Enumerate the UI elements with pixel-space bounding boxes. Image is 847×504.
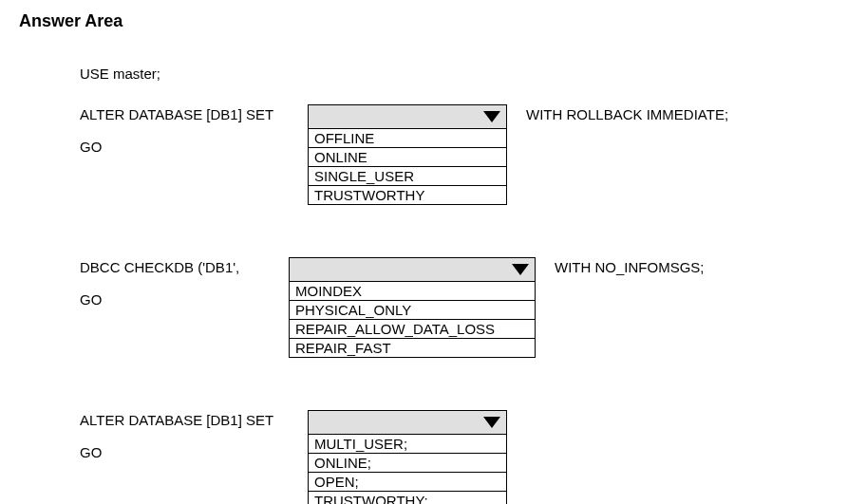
dropdown-option[interactable]: OPEN; xyxy=(309,473,506,492)
statement-block-3: ALTER DATABASE [DB1] SET MULTI_USER; ONL… xyxy=(80,410,828,504)
dropdown-group-2: MOINDEX PHYSICAL_ONLY REPAIR_ALLOW_DATA_… xyxy=(289,257,536,358)
sql-suffix-1: WITH ROLLBACK IMMEDIATE; xyxy=(507,104,728,122)
chevron-down-icon xyxy=(483,417,500,428)
dropdown-select-3[interactable] xyxy=(308,410,507,435)
use-master-line: USE master; xyxy=(80,65,828,82)
dropdown-option[interactable]: SINGLE_USER xyxy=(309,167,506,186)
dropdown-select-1[interactable] xyxy=(308,104,507,129)
dropdown-option[interactable]: ONLINE; xyxy=(309,454,506,473)
dropdown-option[interactable]: TRUSTWORTHY; xyxy=(309,492,506,504)
dropdown-option[interactable]: ONLINE xyxy=(309,148,506,167)
statement-block-2: DBCC CHECKDB ('DB1', MOINDEX PHYSICAL_ON… xyxy=(80,257,828,383)
sql-prefix-3: ALTER DATABASE [DB1] SET xyxy=(80,410,308,428)
sql-prefix-2: DBCC CHECKDB ('DB1', xyxy=(80,257,289,275)
dropdown-group-3: MULTI_USER; ONLINE; OPEN; TRUSTWORTHY; xyxy=(308,410,507,504)
dropdown-option[interactable]: MULTI_USER; xyxy=(309,435,506,454)
go-statement-2: GO xyxy=(80,291,270,308)
go-statement-1: GO xyxy=(80,139,308,155)
svg-marker-2 xyxy=(483,417,500,428)
chevron-down-icon xyxy=(483,111,500,122)
dropdown-options-1: OFFLINE ONLINE SINGLE_USER TRUSTWORTHY xyxy=(308,129,507,205)
dropdown-select-2[interactable] xyxy=(289,257,536,282)
sql-prefix-1: ALTER DATABASE [DB1] SET xyxy=(80,104,308,122)
dropdown-option[interactable]: MOINDEX xyxy=(290,282,535,301)
dropdown-option[interactable]: REPAIR_ALLOW_DATA_LOSS xyxy=(290,320,535,339)
svg-marker-0 xyxy=(483,111,500,122)
dropdown-option[interactable]: TRUSTWORTHY xyxy=(309,186,506,204)
sql-suffix-2: WITH NO_INFOMSGS; xyxy=(536,257,705,275)
statement-block-1: ALTER DATABASE [DB1] SET OFFLINE ONLINE … xyxy=(80,104,828,231)
answer-content: USE master; ALTER DATABASE [DB1] SET OFF… xyxy=(19,65,828,504)
chevron-down-icon xyxy=(512,264,529,275)
dropdown-option[interactable]: REPAIR_FAST xyxy=(290,339,535,357)
dropdown-options-3: MULTI_USER; ONLINE; OPEN; TRUSTWORTHY; xyxy=(308,435,507,504)
svg-marker-1 xyxy=(512,264,529,275)
dropdown-option[interactable]: OFFLINE xyxy=(309,129,506,148)
dropdown-group-1: OFFLINE ONLINE SINGLE_USER TRUSTWORTHY xyxy=(308,104,507,205)
page-title: Answer Area xyxy=(19,11,828,31)
go-statement-3: GO xyxy=(80,444,308,460)
dropdown-option[interactable]: PHYSICAL_ONLY xyxy=(290,301,535,320)
dropdown-options-2: MOINDEX PHYSICAL_ONLY REPAIR_ALLOW_DATA_… xyxy=(289,282,536,358)
